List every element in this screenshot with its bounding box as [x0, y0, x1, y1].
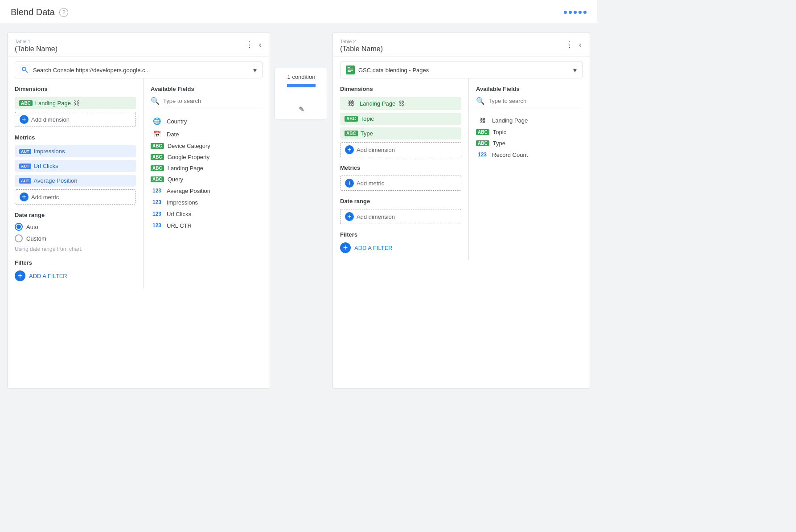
metric-chip-avg-position[interactable]: AUT Average Position	[15, 175, 136, 187]
add-filter-label: ADD A FILTER	[29, 273, 67, 279]
gsc-sheets-icon	[346, 65, 355, 74]
t2-field-landing-page-label: Landing Page	[492, 117, 528, 124]
chip-tag-abc-type: ABC	[345, 131, 358, 136]
add-metric-icon-t2: +	[345, 179, 354, 188]
dim-chip-landing-page-t2[interactable]: ⛓ Landing Page ⛓	[340, 97, 461, 110]
field-impressions-label: Impressions	[167, 199, 198, 206]
chip-label-landing-page: Landing Page	[35, 100, 71, 106]
dim-chip-topic[interactable]: ABC Topic	[340, 113, 461, 125]
field-device-category[interactable]: ABC Device Category	[151, 140, 263, 151]
123-icon-url-ctr: 123	[151, 222, 163, 229]
table1-more-button[interactable]: ⋮	[245, 39, 254, 50]
table2-more-button[interactable]: ⋮	[565, 39, 574, 50]
dim-label-topic: Topic	[361, 115, 374, 122]
table2-datasource-selector[interactable]: GSC data blending - Pages ▾	[340, 61, 583, 78]
add-date-range-button-t2[interactable]: + Add dimension	[340, 209, 461, 224]
dimension-chip-landing-page[interactable]: ABC Landing Page ⛓	[15, 97, 136, 109]
join-panel: 1 condition ✎	[270, 32, 332, 119]
table1-add-filter-button[interactable]: + ADD A FILTER	[15, 270, 67, 281]
table1-actions: ⋮ ‹	[245, 39, 263, 50]
field-url-ctr[interactable]: 123 URL CTR	[151, 220, 263, 231]
dim-label-landing-page-t2: Landing Page	[360, 100, 395, 107]
t2-field-landing-page[interactable]: ⛓ Landing Page	[476, 115, 583, 127]
table2-collapse-button[interactable]: ‹	[578, 39, 583, 50]
add-dimension-icon: +	[20, 115, 29, 124]
field-date-label: Date	[167, 131, 179, 138]
field-country-label: Country	[167, 118, 187, 125]
add-dimension-button[interactable]: + Add dimension	[15, 112, 136, 127]
table1-metrics-label: Metrics	[15, 134, 136, 141]
radio-custom-outer	[15, 234, 23, 242]
field-device-category-label: Device Category	[168, 143, 210, 149]
table2-datasource-text: GSC data blending - Pages	[358, 67, 570, 74]
table2-search-input[interactable]	[488, 98, 583, 104]
dot-4	[579, 11, 582, 14]
t2-field-topic[interactable]: ABC Topic	[476, 127, 583, 138]
field-query[interactable]: ABC Query	[151, 174, 263, 185]
123-icon-avg: 123	[151, 187, 163, 194]
dim-chip-type[interactable]: ABC Type	[340, 127, 461, 139]
date-range-custom[interactable]: Custom	[15, 234, 136, 242]
edit-join-icon[interactable]: ✎	[299, 105, 304, 114]
field-country[interactable]: 🌐 Country	[151, 115, 263, 128]
t2-field-record-count[interactable]: 123 Record Count	[476, 149, 583, 160]
field-landing-page[interactable]: ABC Landing Page	[151, 163, 263, 174]
add-dimension-label-t2: Add dimension	[357, 147, 395, 153]
field-avg-position[interactable]: 123 Average Position	[151, 185, 263, 196]
dot-3	[574, 11, 577, 14]
table1-datasource-selector[interactable]: Search Console https://developers.google…	[15, 61, 263, 78]
table2-search-box: 🔍	[476, 97, 583, 109]
field-url-clicks[interactable]: 123 Url Clicks	[151, 208, 263, 220]
link-icon-t2-lp: ⛓	[476, 117, 488, 124]
chip-tag-aut-3: AUT	[19, 178, 31, 184]
add-date-range-icon-t2: +	[345, 212, 354, 221]
date-range-radio-group: Auto Custom	[15, 223, 136, 242]
date-range-note: Using date range from chart.	[15, 246, 136, 252]
abc-icon-google: ABC	[151, 154, 164, 160]
table2-actions: ⋮ ‹	[565, 39, 583, 50]
add-metric-button-t2[interactable]: + Add metric	[340, 176, 461, 191]
search-icon-2: 🔍	[476, 97, 485, 105]
search-icon-1: 🔍	[151, 97, 160, 105]
table2-field-list: ⛓ Landing Page ABC Topic ABC Type	[476, 115, 583, 160]
table2-subtitle: Table 2	[340, 39, 383, 44]
svg-rect-4	[348, 67, 350, 68]
table1-date-range-label: Date range	[15, 212, 136, 218]
field-google-property[interactable]: ABC Google Property	[151, 151, 263, 163]
table1-right-col: Available Fields 🔍 🌐 Country 📅 Date	[144, 78, 270, 288]
field-url-clicks-label: Url Clicks	[167, 211, 191, 217]
radio-custom-label: Custom	[26, 235, 46, 242]
join-condition-label: 1 condition	[287, 74, 316, 80]
field-landing-page-label: Landing Page	[168, 165, 203, 172]
help-icon[interactable]: ?	[59, 8, 68, 17]
radio-auto-inner	[16, 225, 21, 229]
t2-field-type[interactable]: ABC Type	[476, 138, 583, 149]
metric-chip-impressions[interactable]: AUT Impressions	[15, 145, 136, 157]
link-chain-icon: ⛓	[74, 99, 80, 106]
field-date[interactable]: 📅 Date	[151, 128, 263, 140]
table2-add-filter-button[interactable]: + ADD A FILTER	[340, 242, 393, 253]
add-dimension-button-t2[interactable]: + Add dimension	[340, 142, 461, 157]
table1-header: Table 1 (Table Name) ⋮ ‹	[8, 33, 270, 57]
radio-auto-label: Auto	[26, 224, 38, 230]
search-console-icon	[21, 65, 29, 74]
main-content: Table 1 (Table Name) ⋮ ‹ Search Console …	[0, 23, 597, 397]
field-query-label: Query	[168, 176, 183, 183]
svg-rect-6	[348, 70, 353, 71]
abc-icon-t2-topic: ABC	[476, 129, 489, 135]
table2-dimensions-label: Dimensions	[340, 86, 461, 92]
table1-search-input[interactable]	[163, 98, 263, 104]
venn-right-circle	[287, 86, 316, 87]
field-impressions[interactable]: 123 Impressions	[151, 196, 263, 208]
table1-panel: Table 1 (Table Name) ⋮ ‹ Search Console …	[7, 32, 270, 389]
link-icon-chip: ⛓	[345, 99, 357, 107]
table1-dimensions-label: Dimensions	[15, 86, 136, 92]
calendar-icon: 📅	[151, 130, 163, 138]
t2-field-record-count-label: Record Count	[492, 151, 528, 158]
abc-icon-device: ABC	[151, 143, 164, 149]
table1-collapse-button[interactable]: ‹	[258, 39, 263, 50]
date-range-auto[interactable]: Auto	[15, 223, 136, 231]
metric-chip-url-clicks[interactable]: AUT Url Clicks	[15, 160, 136, 172]
svg-rect-0	[21, 65, 29, 74]
add-metric-button[interactable]: + Add metric	[15, 189, 136, 205]
